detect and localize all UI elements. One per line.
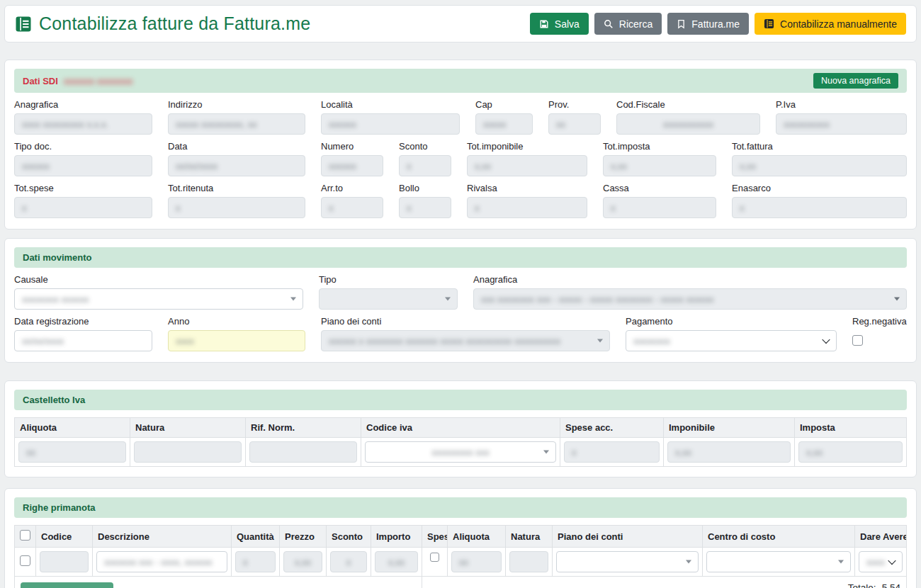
castelletto-iva-title: Castelletto Iva (23, 395, 85, 405)
causale-label: Causale (14, 274, 303, 285)
tot-imponibile-input: x,xx (467, 155, 587, 176)
castelletto-iva-header: Castelletto Iva (14, 390, 907, 410)
aliquota-riga-input: xx (451, 551, 502, 572)
field-numero: Numero xxxxxx (321, 135, 383, 176)
numero-label: Numero (321, 141, 383, 152)
row-checkbox[interactable] (20, 555, 30, 566)
piano-dei-conti-riga-select[interactable] (556, 551, 699, 572)
dati-sdi-title: Dati SDI (23, 76, 58, 86)
tot-imposta-input: x,xx (603, 155, 716, 176)
save-button[interactable]: Salva (530, 13, 589, 35)
tipo-doc-label: Tipo doc. (14, 141, 152, 152)
tipo-label: Tipo (319, 274, 458, 285)
col-spese-acc: Spese acc. (560, 418, 664, 438)
castelletto-row: xx xxxxxxxxx xxx x x,xx x,xx (15, 438, 907, 467)
action-buttons: Salva Ricerca Fattura.me Contabilizza ma… (530, 13, 906, 35)
codice-input (40, 551, 89, 572)
aliquota-iva-input: xx (18, 441, 126, 463)
field-causale: Causale xxxxxxxx xxxxxx (14, 268, 303, 310)
pagamento-select[interactable]: xxxxxxxx (626, 330, 837, 351)
descrizione-input[interactable]: xxxxxxx xxx - xxxx, xxxxxx (96, 551, 227, 572)
tot-fattura-label: Tot.fattura (732, 141, 907, 152)
dati-sdi-header: Dati SDI xxxxxx xxxxxxx Nuova anagrafica (14, 69, 907, 93)
field-tipo: Tipo (319, 268, 458, 310)
indirizzo-label: Indirizzo (168, 99, 305, 110)
dati-movimento-title: Dati movimento (23, 252, 92, 263)
field-piva: P.Iva xxxxxxxxxx (776, 93, 907, 135)
cod-fiscale-label: Cod.Fiscale (616, 99, 760, 110)
field-anagrafica: Anagrafica xxxx xxxxxxxxx x.x.x. (14, 93, 152, 135)
field-reg-negativa: Reg.negativa (852, 310, 907, 351)
anagrafica-label: Anagrafica (14, 99, 152, 110)
field-enasarco: Enasarco x (732, 176, 907, 218)
save-button-label: Salva (555, 19, 580, 29)
reg-negativa-checkbox[interactable] (852, 335, 863, 346)
field-tot-imposta: Tot.imposta x,xx (603, 135, 716, 176)
spese-checkbox[interactable] (430, 553, 439, 562)
contabilizza-button-label: Contabilizza manualmente (780, 19, 897, 29)
tipo-doc-input: xxxxxx (14, 155, 152, 176)
page-title: Contabilizza fatture da Fattura.me (39, 13, 310, 34)
data-registrazione-input[interactable]: xx/xx/xxxx (14, 330, 152, 351)
anagrafica-movimento-label: Anagrafica (473, 274, 907, 285)
col-descrizione: Descrizione (93, 526, 232, 548)
tot-fattura-input: x,xx (732, 155, 907, 176)
field-sconto: Sconto x (399, 135, 451, 176)
spese-acc-input: x (564, 441, 660, 463)
causale-select[interactable]: xxxxxxxx xxxxxx (14, 288, 303, 310)
field-data-registrazione: Data registrazione xx/xx/xxxx (14, 310, 152, 351)
col-aliquota-riga: Aliquota (448, 526, 506, 548)
field-bollo: Bollo x (399, 176, 451, 218)
anagrafica-movimento-select: xxx xxxxxxxx xxx - xxxxx - xxxxx xxxxxxx… (473, 288, 907, 310)
search-icon (604, 19, 614, 29)
raggruppa-righe-button[interactable]: Raggruppa righe (21, 582, 113, 588)
chevron-down-icon (888, 557, 895, 565)
col-natura-riga: Natura (506, 526, 553, 548)
chevron-down-icon (838, 560, 844, 564)
field-cap: Cap xxxxx (475, 93, 533, 135)
cap-input: xxxxx (475, 113, 533, 135)
chevron-down-icon (686, 560, 691, 564)
fatturame-button[interactable]: Fattura.me (667, 13, 749, 35)
nuova-anagrafica-button[interactable]: Nuova anagrafica (813, 73, 898, 89)
data-label: Data (168, 141, 305, 152)
field-arrto: Arr.to x (321, 176, 383, 218)
col-rif-norm: Rif. Norm. (246, 418, 361, 438)
contabilizza-manualmente-button[interactable]: Contabilizza manualmente (755, 13, 906, 35)
prov-label: Prov. (548, 99, 601, 110)
data-registrazione-label: Data registrazione (14, 316, 152, 327)
col-aliquota: Aliquota (15, 418, 130, 438)
field-data: Data xx/xx/xxxx (168, 135, 305, 176)
field-prov: Prov. xx (548, 93, 601, 135)
sconto-riga-input: x (330, 551, 367, 572)
natura-riga-input (509, 551, 548, 572)
field-rivalsa: Rivalsa x (467, 176, 587, 218)
col-imposta: Imposta (795, 418, 907, 438)
cassa-input: x (603, 197, 716, 218)
sconto-input: x (399, 155, 451, 176)
rivalsa-label: Rivalsa (467, 183, 587, 193)
primanota-row: xxxxxxx xxx - xxxx, xxxxxx x x,xx x x,xx… (15, 548, 907, 577)
search-button[interactable]: Ricerca (594, 13, 662, 35)
field-indirizzo: Indirizzo xxxxx xxxxxxxxx, xx (168, 93, 305, 135)
col-dare-avere: Dare Avere (855, 526, 907, 548)
primanota-footer-row: Raggruppa righe Totale: -5,54 (15, 577, 907, 588)
field-pagamento: Pagamento xxxxxxxx (626, 310, 837, 351)
piano-dei-conti-label: Piano dei conti (321, 316, 610, 327)
enasarco-label: Enasarco (732, 183, 907, 193)
bollo-input: x (399, 197, 451, 218)
data-input: xx/xx/xxxx (168, 155, 305, 176)
indirizzo-input: xxxxx xxxxxxxxx, xx (168, 113, 305, 135)
numero-input: xxxxxx (321, 155, 383, 176)
codice-iva-select[interactable]: xxxxxxxxx xxx (365, 441, 556, 463)
anno-input[interactable]: xxxx (168, 330, 305, 351)
piva-input: xxxxxxxxxx (776, 113, 907, 135)
bookmark-icon (677, 19, 686, 29)
journal-icon (15, 16, 32, 33)
col-imponibile: Imponibile (664, 418, 795, 438)
field-localita: Località xxxxxx (321, 93, 460, 135)
dare-avere-select[interactable]: xxxx (859, 551, 903, 572)
righe-primanota-table: Codice Descrizione Quantità Prezzo Scont… (14, 525, 907, 588)
centro-di-costo-select[interactable] (706, 551, 851, 572)
select-all-checkbox[interactable] (20, 530, 30, 541)
